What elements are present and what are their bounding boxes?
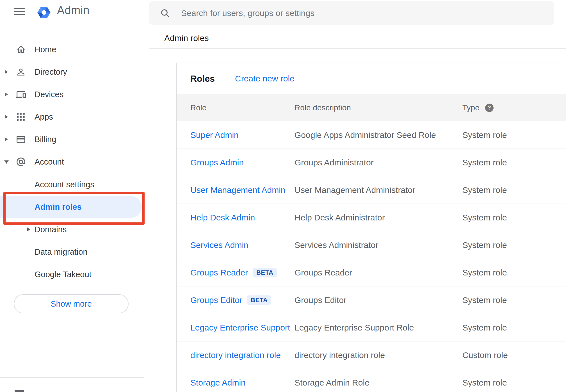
role-description: Groups Administrator <box>295 158 462 167</box>
sidebar-item-billing[interactable]: Billing <box>0 128 149 151</box>
create-new-role-link[interactable]: Create new role <box>235 74 295 83</box>
sidebar-item-admin-roles[interactable]: Admin roles <box>0 196 149 218</box>
sidebar-subitem-label: Domains <box>35 225 67 234</box>
breadcrumb: Admin roles <box>164 33 209 43</box>
search-input[interactable]: Search for users, groups or settings <box>149 1 554 25</box>
role-link[interactable]: Groups Editor <box>190 295 242 305</box>
header-divider <box>149 48 566 49</box>
table-row: Groups Admin Groups Administrator System… <box>177 149 566 176</box>
role-link[interactable]: directory integration role <box>190 350 281 360</box>
column-header-type: Type ? <box>462 103 566 112</box>
sidebar-item-domains[interactable]: Domains <box>0 218 149 241</box>
search-placeholder: Search for users, groups or settings <box>181 8 314 18</box>
expand-arrow-icon[interactable] <box>5 92 8 96</box>
role-description: Help Desk Administrator <box>295 213 462 222</box>
sidebar-item-label: Account <box>35 157 64 167</box>
table-row: Legacy Enterprise Support Legacy Enterpr… <box>177 314 566 341</box>
admin-logo-icon <box>36 5 52 20</box>
role-link[interactable]: Groups Admin <box>190 158 244 167</box>
credit-card-icon <box>16 134 26 145</box>
expand-arrow-icon[interactable] <box>27 227 30 231</box>
devices-icon <box>16 89 26 100</box>
role-type: System role <box>462 213 566 222</box>
at-sign-icon <box>16 157 26 167</box>
panel-title: Roles <box>190 73 215 84</box>
partial-bottom-icon <box>15 390 24 392</box>
sidebar-item-label: Home <box>35 45 56 54</box>
sidebar: Admin Home Directory Devices Apps Billin… <box>0 0 149 392</box>
sidebar-item-label: Billing <box>35 135 56 144</box>
table-header-row: Role Role description Type ? <box>177 94 566 121</box>
sidebar-item-google-takeout[interactable]: Google Takeout <box>0 263 149 286</box>
role-link[interactable]: Legacy Enterprise Support <box>190 323 290 332</box>
table-row: Help Desk Admin Help Desk Administrator … <box>177 204 566 231</box>
sidebar-account-subnav: Account settings Admin roles Domains Dat… <box>0 173 149 286</box>
sidebar-subitem-label: Data migration <box>35 247 88 257</box>
app-title: Admin <box>57 4 90 17</box>
expand-arrow-icon[interactable] <box>4 160 9 164</box>
table-row: Groups Editor BETA Groups Editor System … <box>177 286 566 314</box>
table-row: Groups Reader BETA Groups Reader System … <box>177 259 566 286</box>
table-body: Super Admin Google Apps Administrator Se… <box>177 121 566 392</box>
sidebar-item-directory[interactable]: Directory <box>0 61 149 83</box>
role-description: Groups Reader <box>295 268 462 277</box>
beta-badge: BETA <box>247 295 271 305</box>
home-icon <box>16 44 26 55</box>
role-type: System role <box>462 130 566 140</box>
hamburger-menu-icon[interactable] <box>14 8 25 15</box>
sidebar-item-apps[interactable]: Apps <box>0 106 149 128</box>
role-type: System role <box>462 323 566 332</box>
search-icon <box>160 8 170 18</box>
role-description: Services Administrator <box>295 240 462 250</box>
role-description: Groups Editor <box>295 295 462 305</box>
role-type: System role <box>462 378 566 388</box>
role-type: System role <box>462 295 566 305</box>
role-type: System role <box>462 240 566 250</box>
table-row: directory integration role directory int… <box>177 341 566 369</box>
sidebar-subitem-label: Google Takeout <box>35 270 92 279</box>
column-header-description: Role description <box>295 103 462 112</box>
apps-grid-icon <box>16 112 26 122</box>
sidebar-item-label: Directory <box>35 67 67 77</box>
sidebar-item-account-settings[interactable]: Account settings <box>0 173 149 196</box>
sidebar-item-devices[interactable]: Devices <box>0 83 149 106</box>
role-link[interactable]: Services Admin <box>190 240 248 250</box>
sidebar-subitem-label: Admin roles <box>35 202 82 212</box>
person-icon <box>16 67 26 77</box>
role-description: Legacy Enterprise Support Role <box>295 323 462 332</box>
column-header-role: Role <box>190 103 295 112</box>
role-link[interactable]: Super Admin <box>190 130 239 140</box>
role-link[interactable]: User Management Admin <box>190 185 286 195</box>
google-admin-console: { "app": { "logo_text": "Admin" }, "topb… <box>0 0 566 392</box>
table-row: User Management Admin User Management Ad… <box>177 176 566 204</box>
role-link[interactable]: Groups Reader <box>190 268 248 277</box>
role-type: System role <box>462 158 566 167</box>
role-link[interactable]: Storage Admin <box>190 378 246 388</box>
table-row: Services Admin Services Administrator Sy… <box>177 231 566 259</box>
role-description: Google Apps Administrator Seed Role <box>295 130 462 140</box>
show-more-button[interactable]: Show more <box>14 294 129 313</box>
sidebar-item-label: Apps <box>35 112 53 122</box>
expand-arrow-icon[interactable] <box>5 137 8 141</box>
sidebar-nav: Home Directory Devices Apps Billing Acco… <box>0 38 149 173</box>
sidebar-item-data-migration[interactable]: Data migration <box>0 241 149 263</box>
role-link[interactable]: Help Desk Admin <box>190 213 255 222</box>
sidebar-item-account[interactable]: Account <box>0 151 149 173</box>
help-icon[interactable]: ? <box>485 104 494 112</box>
role-description: User Management Administrator <box>295 185 462 195</box>
role-type: Custom role <box>462 350 566 360</box>
roles-panel: Roles Create new role Role Role descript… <box>176 63 566 392</box>
sidebar-item-home[interactable]: Home <box>0 38 149 61</box>
sidebar-subitem-label: Account settings <box>35 180 94 189</box>
expand-arrow-icon[interactable] <box>5 70 8 74</box>
role-description: directory integration role <box>295 350 462 360</box>
role-type: System role <box>462 268 566 277</box>
roles-panel-header: Roles Create new role <box>177 63 566 94</box>
column-header-type-label: Type <box>462 103 480 112</box>
role-type: System role <box>462 185 566 195</box>
table-row: Super Admin Google Apps Administrator Se… <box>177 121 566 149</box>
table-row: Storage Admin Storage Admin Role System … <box>177 369 566 392</box>
role-description: Storage Admin Role <box>295 378 462 388</box>
sidebar-divider <box>0 377 144 378</box>
expand-arrow-icon[interactable] <box>5 115 8 119</box>
